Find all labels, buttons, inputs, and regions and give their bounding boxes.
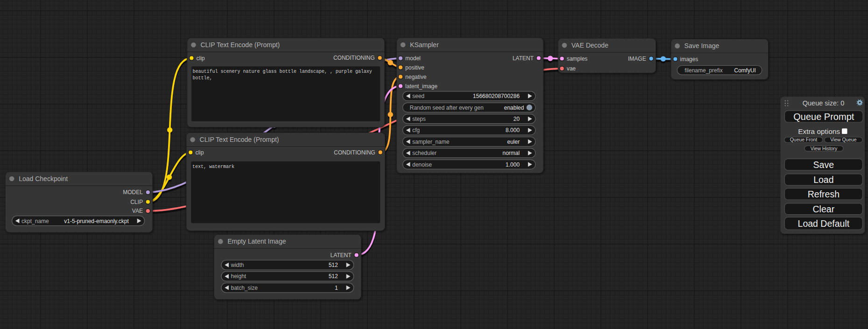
svg-text:Extra options: Extra options xyxy=(798,127,840,135)
svg-text:scheduler: scheduler xyxy=(412,150,437,156)
svg-text:height: height xyxy=(231,273,247,280)
svg-text:1: 1 xyxy=(335,285,338,291)
svg-text:Clear: Clear xyxy=(813,204,835,214)
svg-text:156680208700286: 156680208700286 xyxy=(473,93,520,99)
svg-text:CONDITIONING: CONDITIONING xyxy=(333,55,375,61)
svg-text:Queue size: 0: Queue size: 0 xyxy=(803,99,844,107)
svg-text:CONDITIONING: CONDITIONING xyxy=(334,149,375,156)
svg-text:LATENT: LATENT xyxy=(513,55,534,62)
svg-text:MODEL: MODEL xyxy=(123,189,143,196)
svg-text:vae: vae xyxy=(567,65,576,72)
svg-text:CLIP Text Encode (Prompt): CLIP Text Encode (Prompt) xyxy=(200,136,279,143)
svg-text:1.000: 1.000 xyxy=(506,161,520,168)
svg-text:Empty Latent Image: Empty Latent Image xyxy=(227,238,286,245)
svg-text:negative: negative xyxy=(405,74,427,80)
svg-text:Load Default: Load Default xyxy=(798,218,850,229)
svg-text:VAE Decode: VAE Decode xyxy=(572,42,608,49)
svg-text:bottle,: bottle, xyxy=(193,76,212,81)
svg-text:Load Checkpoint: Load Checkpoint xyxy=(19,175,68,182)
svg-text:ComfyUI: ComfyUI xyxy=(734,67,756,74)
svg-text:text, watermark: text, watermark xyxy=(192,164,234,169)
svg-text:Refresh: Refresh xyxy=(808,189,840,199)
svg-text:normal: normal xyxy=(502,150,520,156)
svg-text:Queue Prompt: Queue Prompt xyxy=(793,112,854,122)
svg-text:ckpt_name: ckpt_name xyxy=(21,218,49,224)
svg-text:512: 512 xyxy=(329,273,338,280)
svg-text:cfg: cfg xyxy=(412,127,420,133)
svg-text:View Queue: View Queue xyxy=(830,137,857,142)
svg-text:batch_size: batch_size xyxy=(231,285,258,291)
svg-text:512: 512 xyxy=(329,262,338,268)
svg-text:CLIP Text Encode (Prompt): CLIP Text Encode (Prompt) xyxy=(200,41,280,49)
svg-text:LATENT: LATENT xyxy=(330,252,352,259)
svg-text:Save Image: Save Image xyxy=(685,42,720,49)
svg-text:20: 20 xyxy=(514,116,520,122)
svg-text:8.000: 8.000 xyxy=(506,127,520,133)
svg-text:KSampler: KSampler xyxy=(410,41,439,49)
svg-text:VAE: VAE xyxy=(132,208,143,214)
svg-text:IMAGE: IMAGE xyxy=(628,56,646,62)
svg-text:enabled: enabled xyxy=(504,105,524,111)
svg-text:clip: clip xyxy=(197,55,205,62)
svg-text:sampler_name: sampler_name xyxy=(412,139,450,145)
svg-text:denoise: denoise xyxy=(412,161,432,168)
svg-text:steps: steps xyxy=(412,116,426,122)
svg-text:euler: euler xyxy=(507,139,520,145)
svg-text:model: model xyxy=(405,55,421,62)
svg-text:images: images xyxy=(680,56,699,63)
svg-text:samples: samples xyxy=(567,56,588,62)
svg-text:clip: clip xyxy=(195,149,204,156)
svg-text:Queue Front: Queue Front xyxy=(790,137,817,142)
svg-text:filename_prefix: filename_prefix xyxy=(685,67,722,74)
svg-text:beautiful scenery nature glass: beautiful scenery nature glass bottle la… xyxy=(193,69,372,74)
svg-text:seed: seed xyxy=(412,93,424,99)
svg-text:v1-5-pruned-emaonly.ckpt: v1-5-pruned-emaonly.ckpt xyxy=(64,218,129,224)
svg-text:CLIP: CLIP xyxy=(130,199,143,205)
svg-text:View History: View History xyxy=(811,146,838,151)
svg-text:latent_image: latent_image xyxy=(405,83,438,90)
svg-text:Random seed after every gen: Random seed after every gen xyxy=(410,105,484,111)
svg-text:Load: Load xyxy=(813,175,833,185)
svg-text:positive: positive xyxy=(405,64,424,71)
svg-text:Save: Save xyxy=(813,160,834,170)
svg-text:width: width xyxy=(231,262,244,268)
